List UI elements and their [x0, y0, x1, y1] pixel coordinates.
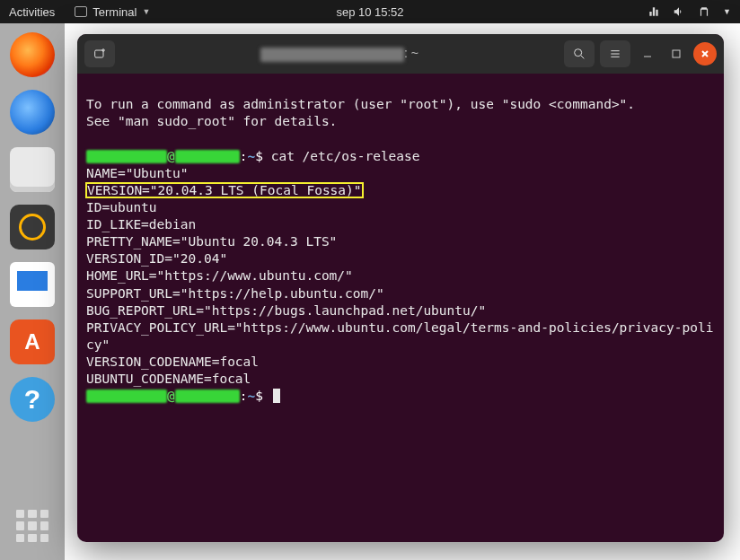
network-icon: [648, 5, 660, 18]
output-line: UBUNTU_CODENAME=focal: [86, 372, 251, 386]
output-line: HOME_URL="https://www.ubuntu.com/": [86, 268, 353, 283]
dock: [0, 23, 65, 560]
cursor: [273, 389, 280, 403]
redacted-host: [175, 150, 240, 163]
new-tab-button[interactable]: [84, 40, 115, 67]
gnome-topbar: Activities Terminal ▼ sep 10 15:52 ▼: [0, 0, 740, 23]
output-line: NAME="Ubuntu": [86, 166, 189, 180]
output-line: ID=ubuntu: [86, 200, 157, 214]
minimize-button[interactable]: [636, 42, 659, 66]
chevron-down-icon: ▼: [142, 7, 150, 16]
prompt-symbol: $: [255, 149, 263, 163]
show-applications-button[interactable]: [16, 510, 48, 542]
redacted-title: [260, 48, 404, 62]
dock-item-thunderbird[interactable]: [10, 90, 55, 135]
dock-item-files[interactable]: [10, 147, 55, 192]
app-menu[interactable]: Terminal ▼: [75, 5, 150, 19]
svg-point-3: [575, 49, 582, 57]
prompt-path: ~: [247, 389, 255, 403]
output-line: PRETTY_NAME="Ubuntu 20.04.3 LTS": [86, 234, 337, 249]
svg-rect-9: [673, 50, 680, 57]
output-line: PRIVACY_POLICY_URL="https://www.ubuntu.c…: [86, 320, 713, 352]
terminal-window: : ~ To run a command as administrator (u…: [77, 34, 724, 542]
search-button[interactable]: [564, 40, 595, 67]
command-text: cat /etc/os-release: [271, 149, 420, 163]
hamburger-menu-button[interactable]: [600, 40, 630, 67]
output-line: VERSION_ID="20.04": [86, 251, 227, 266]
dock-item-rhythmbox[interactable]: [10, 205, 55, 249]
sudo-notice: To run a command as administrator (user …: [86, 97, 635, 111]
redacted-user: [86, 150, 167, 163]
redacted-user: [86, 389, 167, 403]
output-line: VERSION_CODENAME=focal: [86, 354, 259, 369]
clock[interactable]: sep 10 15:52: [336, 5, 403, 19]
output-line: ID_LIKE=debian: [86, 217, 196, 232]
chevron-down-icon: ▼: [723, 7, 731, 16]
output-line: BUG_REPORT_URL="https://bugs.launchpad.n…: [86, 303, 486, 318]
maximize-button[interactable]: [665, 42, 688, 66]
output-line: SUPPORT_URL="https://help.ubuntu.com/": [86, 286, 384, 301]
highlighted-version-line: VERSION="20.04.3 LTS (Focal Fossa)": [86, 183, 363, 197]
window-titlebar: : ~: [77, 34, 724, 74]
system-tray[interactable]: ▼: [648, 5, 731, 18]
svg-line-4: [581, 56, 584, 58]
prompt-path: ~: [247, 149, 255, 163]
title-path: : ~: [404, 46, 418, 60]
app-menu-label: Terminal: [92, 5, 137, 19]
terminal-icon: [75, 6, 87, 17]
battery-icon: [698, 5, 710, 18]
activities-button[interactable]: Activities: [9, 5, 55, 19]
prompt-symbol: $: [255, 389, 263, 403]
window-title: : ~: [122, 46, 557, 61]
dock-item-libreoffice-writer[interactable]: [10, 262, 55, 307]
dock-item-ubuntu-software[interactable]: [10, 319, 55, 364]
sudo-notice: See "man sudo_root" for details.: [86, 114, 337, 128]
dock-item-firefox[interactable]: [10, 32, 55, 77]
close-button[interactable]: [693, 42, 717, 66]
volume-icon: [673, 5, 685, 18]
dock-item-help[interactable]: [10, 377, 55, 422]
redacted-host: [175, 389, 240, 403]
svg-rect-0: [95, 50, 103, 57]
terminal-body[interactable]: To run a command as administrator (user …: [77, 74, 724, 542]
